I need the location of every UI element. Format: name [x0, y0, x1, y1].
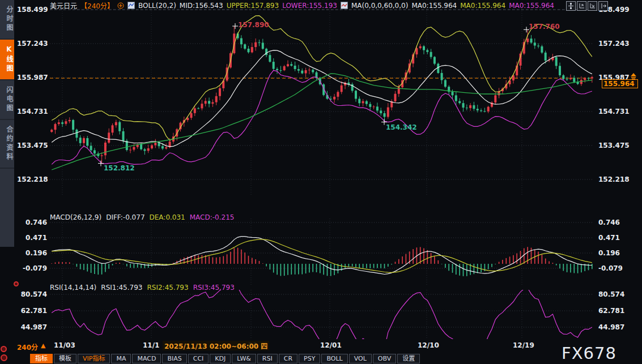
axis-tick: 80.574 — [598, 290, 639, 298]
macd-diff-value: DIFF:-0.077 — [106, 213, 144, 221]
toolbar-button-LW&[interactable]: LW& — [232, 354, 256, 363]
date-tick: 11/1 — [143, 341, 159, 349]
axis-tick: 0.196 — [17, 249, 47, 257]
last-price-tag: 155.964 — [602, 79, 638, 88]
toolbar-button-指标[interactable]: 指标 — [30, 354, 53, 363]
sidebar-tab-4[interactable]: 合约资料 — [0, 120, 14, 169]
ma0-value-3: MA0:155.964 — [509, 2, 554, 10]
toolbar-button-PSY[interactable]: PSY — [299, 354, 320, 363]
axis-tick: 157.243 — [598, 40, 639, 48]
ma0-value-1: MA0:155.964 — [411, 2, 457, 10]
toolbar-button-VIP指标[interactable]: VIP指标 — [78, 354, 110, 363]
indicator-toolbar: 指标模板VIP指标MAMACDBIASCCIKDJLW&RSICRPSYBOLL… — [30, 354, 420, 363]
add-indicator-icon[interactable] — [117, 2, 124, 9]
timeframe-arrow-icon[interactable]: ▲ — [41, 342, 45, 349]
chart-tool-buttons — [566, 1, 608, 11]
ma0-value-2: MA0:155.964 — [460, 2, 505, 10]
period-tag: 【240分】 — [80, 1, 114, 10]
sidebar: 分时图K线图闪电图合约资料 — [0, 0, 14, 247]
boll-label: BOLL(20,2) — [138, 2, 176, 10]
axis-tick: 0.746 — [598, 219, 639, 226]
toolbar-button-KDJ[interactable]: KDJ — [210, 354, 231, 363]
record-dot-icon[interactable] — [1, 346, 7, 352]
toolbar-button-VOL[interactable]: VOL — [349, 354, 372, 363]
rsi-header: RSI(14,14,14) RSI1:45.793 RSI2:45.793 RS… — [50, 284, 235, 292]
record-dot-icon-2[interactable] — [1, 354, 7, 361]
price-extreme-label: 152.812 — [104, 164, 135, 172]
rsi3-value: RSI3:45.793 — [193, 284, 235, 292]
axis-tick: 158.499 — [17, 6, 47, 14]
sidebar-tab-3[interactable]: 闪电图 — [0, 80, 14, 120]
axis-tick: 155.987 — [17, 74, 47, 82]
boll-mid-value: MID:156.543 — [180, 2, 223, 10]
symbol-name: 美元日元 — [50, 1, 77, 10]
axis-tick: 80.574 — [17, 290, 47, 298]
macd-dea-value: DEA:0.031 — [150, 213, 185, 221]
ma-label: MA(0,0,0,60,0,0) — [351, 2, 408, 10]
toolbar-button-MACD[interactable]: MACD — [132, 354, 161, 363]
axis-tick: 0.746 — [17, 219, 47, 226]
date-tick: 12/19 — [513, 341, 534, 349]
zoom-in-axis-icon[interactable] — [577, 1, 586, 11]
axis-tick: 153.475 — [598, 142, 639, 149]
panel-alert-dot-icon[interactable] — [14, 281, 19, 286]
trading-app: 分时图K线图闪电图合约资料 美元日元 【240分】 BOLL(20,2) MID… — [0, 0, 642, 364]
date-tick: 12/10 — [418, 341, 439, 349]
timeframe-label[interactable]: 240分 — [17, 342, 38, 352]
boll-upper-value: UPPER:157.893 — [227, 2, 279, 10]
axis-tick: 62.781 — [598, 307, 639, 315]
brand-watermark: FX678 — [562, 344, 617, 363]
boll-chart-icon[interactable] — [127, 2, 135, 9]
axis-tick: 152.218 — [598, 175, 639, 183]
price-extreme-label: 154.342 — [386, 123, 417, 131]
toolbar-button-模板[interactable]: 模板 — [54, 354, 76, 363]
boll-lower-value: LOWER:155.193 — [282, 2, 337, 10]
axis-tick: -0.079 — [17, 264, 47, 272]
toolbar-button-CCI[interactable]: CCI — [188, 354, 209, 363]
date-tick: 11/03 — [54, 341, 75, 349]
axis-tick: 0.471 — [598, 234, 639, 242]
axis-tick: 62.781 — [17, 307, 47, 315]
macd-params: MACD(26,12,9) — [50, 213, 101, 221]
sidebar-tab-2[interactable]: K线图 — [0, 40, 14, 80]
toolbar-button-CR[interactable]: CR — [279, 354, 297, 363]
sidebar-tab-1[interactable]: 分时图 — [0, 0, 14, 40]
axis-tick: 0.471 — [17, 234, 47, 242]
ma-chart-icon[interactable] — [341, 2, 348, 9]
rsi1-value: RSI1:45.793 — [101, 284, 142, 292]
toolbar-button-OBV[interactable]: OBV — [373, 354, 396, 363]
zoom-out-axis-icon[interactable] — [588, 1, 597, 11]
rsi-params: RSI(14,14,14) — [50, 284, 96, 292]
date-tick: 12/01 — [320, 341, 342, 349]
axis-tick: -0.079 — [598, 264, 639, 272]
chart-header: 美元日元 【240分】 BOLL(20,2) MID:156.543 UPPER… — [50, 1, 554, 10]
axis-tick: 154.731 — [598, 108, 639, 115]
toolbar-button-BOLL[interactable]: BOLL — [321, 354, 347, 363]
toolbar-button-设置[interactable]: 设置 — [397, 354, 420, 363]
axis-tick: 0.196 — [598, 249, 639, 257]
pan-right-icon[interactable] — [598, 1, 608, 11]
axis-tick: 152.218 — [17, 175, 47, 183]
toolbar-button-RSI[interactable]: RSI — [257, 354, 278, 363]
chart-canvas[interactable] — [0, 0, 642, 364]
axis-tick: 44.987 — [17, 323, 47, 331]
axis-tick: 154.731 — [17, 108, 47, 115]
axis-tick: 44.987 — [598, 323, 639, 331]
price-extreme-label: 157.760 — [529, 23, 560, 31]
macd-header: MACD(26,12,9) DIFF:-0.077 DEA:0.031 MACD… — [50, 213, 234, 221]
macd-macd-value: MACD:-0.215 — [190, 213, 235, 221]
price-extreme-label: 157.890 — [238, 21, 269, 29]
axis-tick: 153.475 — [17, 142, 47, 149]
toolbar-button-BIAS[interactable]: BIAS — [162, 354, 186, 363]
axis-tick: 157.243 — [17, 40, 47, 48]
bar-time-tooltip: 2025/11/13 02:00~06:00 四 — [163, 341, 269, 350]
crosshair-tool-icon[interactable] — [566, 1, 576, 11]
rsi2-value: RSI2:45.793 — [147, 284, 188, 292]
toolbar-button-MA[interactable]: MA — [111, 354, 131, 363]
